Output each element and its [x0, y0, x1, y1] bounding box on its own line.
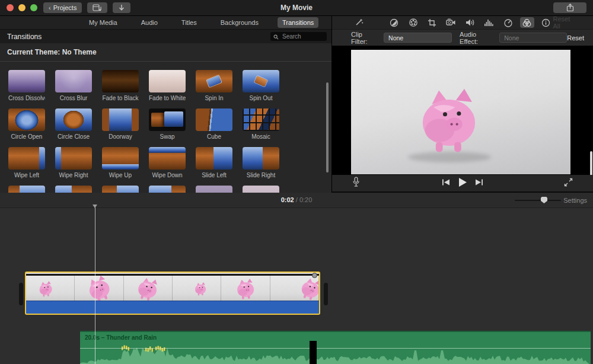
transition-circle-open[interactable]: Circle Open — [8, 108, 45, 141]
transition-partial-18[interactable] — [8, 186, 45, 193]
video-clip[interactable] — [25, 272, 320, 315]
media-library-button[interactable] — [87, 2, 107, 13]
window-title: My Movie — [280, 4, 313, 12]
playhead[interactable] — [93, 205, 98, 364]
tab-my-media[interactable]: My Media — [84, 17, 122, 28]
transition-partial-21[interactable] — [149, 186, 186, 193]
tab-transitions[interactable]: Transitions — [278, 17, 318, 28]
transition-thumbnail[interactable] — [8, 108, 45, 131]
reset-button[interactable]: Reset — [567, 34, 584, 41]
transition-thumbnail[interactable] — [243, 147, 279, 170]
transition-thumbnail[interactable] — [55, 108, 92, 131]
filmstrip-frame — [173, 276, 221, 301]
trim-handle-right[interactable] — [324, 283, 328, 305]
clip-filter-label: Clip Filter: — [351, 31, 379, 45]
stabilization-icon[interactable] — [444, 17, 458, 28]
browser-scrollbar[interactable] — [326, 82, 329, 173]
transition-cube[interactable]: Cube — [196, 108, 232, 141]
timeline-zoom-slider[interactable] — [515, 200, 561, 201]
search-box[interactable] — [270, 32, 327, 41]
minimize-button[interactable] — [18, 4, 25, 11]
projects-button-label: Projects — [53, 4, 77, 11]
speed-icon[interactable] — [501, 17, 515, 28]
playhead-line — [95, 207, 95, 364]
noise-reduction-icon[interactable] — [482, 17, 496, 28]
transition-partial-20[interactable] — [102, 186, 139, 193]
transition-slide-right[interactable]: Slide Right — [243, 147, 279, 179]
reset-all-button[interactable]: Reset All — [553, 15, 573, 30]
transition-wipe-down[interactable]: Wipe Down — [149, 147, 186, 179]
title-bar: ‹ Projects My Movie — [0, 0, 593, 16]
trim-handle-left[interactable] — [19, 283, 23, 305]
volume-icon[interactable] — [463, 17, 477, 28]
audio-effect-dropdown[interactable]: None — [499, 33, 567, 43]
background-audio-clip[interactable]: 20.0s – Thunder and Rain — [80, 331, 591, 364]
transition-thumbnail[interactable] — [149, 186, 186, 193]
transition-thumbnail[interactable] — [196, 70, 232, 92]
transition-thumbnail[interactable] — [243, 108, 279, 131]
transition-thumbnail[interactable] — [243, 186, 279, 193]
clip-filter-icon[interactable] — [520, 17, 534, 28]
transition-spin-out[interactable]: Spin Out — [243, 70, 279, 102]
transition-thumbnail[interactable] — [55, 147, 92, 170]
transition-thumbnail[interactable] — [196, 147, 232, 170]
transition-thumbnail[interactable] — [102, 108, 139, 131]
transition-circle-close[interactable]: Circle Close — [55, 108, 92, 141]
timeline: 20.0s – Thunder and Rain — [0, 208, 593, 364]
transition-thumbnail[interactable] — [149, 70, 186, 92]
transition-thumbnail[interactable] — [55, 70, 92, 92]
transition-thumbnail[interactable] — [102, 186, 139, 193]
tab-audio[interactable]: Audio — [136, 17, 162, 28]
transition-partial-23[interactable] — [243, 186, 279, 193]
transition-wipe-left[interactable]: Wipe Left — [8, 147, 45, 179]
fullscreen-icon[interactable] — [564, 178, 573, 189]
search-input[interactable] — [281, 33, 324, 40]
transition-swap[interactable]: Swap — [149, 108, 186, 141]
transition-doorway[interactable]: Doorway — [102, 108, 139, 141]
crop-icon[interactable] — [425, 17, 439, 28]
transition-thumbnail[interactable] — [8, 147, 45, 170]
skip-forward-icon[interactable] — [475, 178, 483, 189]
color-wheel-icon[interactable] — [406, 17, 420, 28]
transition-cross-dissolve[interactable]: Cross Dissolve — [8, 70, 45, 102]
transition-thumbnail[interactable] — [243, 70, 279, 92]
transition-thumbnail[interactable] — [149, 108, 186, 131]
info-icon[interactable] — [539, 17, 553, 28]
transition-slide-left[interactable]: Slide Left — [196, 147, 232, 179]
video-preview — [332, 46, 593, 175]
import-media-button[interactable] — [113, 2, 130, 13]
tab-backgrounds[interactable]: Backgrounds — [216, 17, 263, 28]
transition-spin-in[interactable]: Spin In — [196, 70, 232, 102]
transition-thumbnail[interactable] — [8, 70, 45, 92]
transition-thumbnail[interactable] — [8, 186, 45, 193]
tab-titles[interactable]: Titles — [177, 17, 202, 28]
projects-button[interactable]: ‹ Projects — [43, 2, 82, 13]
zoom-slider-thumb[interactable] — [541, 197, 547, 203]
color-balance-icon[interactable] — [387, 17, 401, 28]
transition-cross-blur[interactable]: Cross Blur — [55, 70, 92, 102]
transition-thumbnail[interactable] — [149, 147, 186, 170]
transition-wipe-right[interactable]: Wipe Right — [55, 147, 92, 179]
play-icon[interactable] — [458, 177, 467, 190]
zoom-button[interactable] — [30, 4, 37, 11]
transition-thumbnail[interactable] — [55, 186, 92, 193]
transition-thumbnail[interactable] — [196, 186, 232, 193]
audio-volume-line[interactable] — [80, 348, 591, 349]
transition-fade-to-black[interactable]: Fade to Black — [102, 70, 139, 102]
transition-partial-22[interactable] — [196, 186, 232, 193]
transition-thumbnail[interactable] — [196, 108, 232, 131]
magic-wand-icon[interactable] — [353, 17, 365, 28]
skip-back-icon[interactable] — [442, 178, 450, 189]
close-button[interactable] — [7, 4, 14, 11]
share-button[interactable] — [553, 2, 586, 13]
transition-fade-to-white[interactable]: Fade to White — [149, 70, 186, 102]
transition-thumbnail[interactable] — [102, 70, 139, 92]
clip-filter-dropdown[interactable]: None — [384, 33, 452, 43]
transition-partial-19[interactable] — [55, 186, 92, 193]
clip-control-dot[interactable] — [312, 273, 317, 278]
timeline-settings-button[interactable]: Settings — [563, 197, 587, 204]
transition-thumbnail[interactable] — [102, 147, 139, 170]
microphone-icon[interactable] — [352, 177, 360, 190]
transition-mosaic[interactable]: Mosaic — [243, 108, 279, 141]
transition-wipe-up[interactable]: Wipe Up — [102, 147, 139, 179]
